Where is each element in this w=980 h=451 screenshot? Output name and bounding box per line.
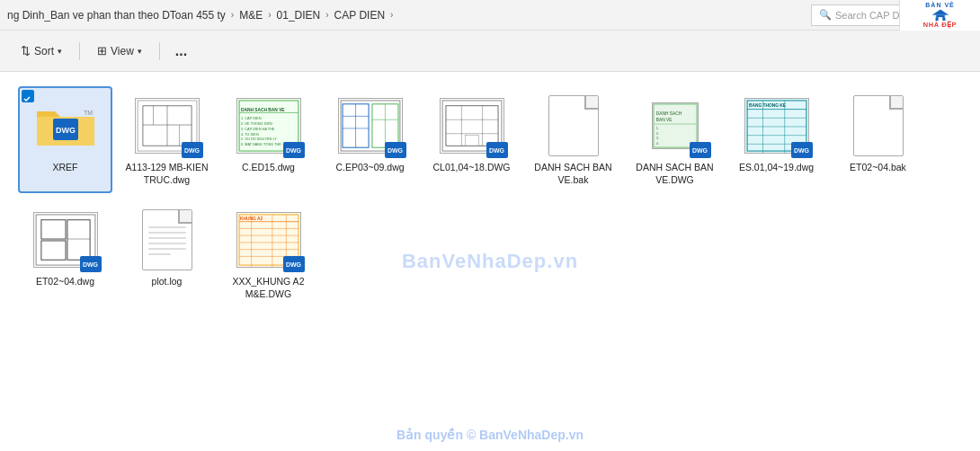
- svg-text:6. MAT BANG TONG THE: 6. MAT BANG TONG THE: [241, 142, 281, 146]
- file-name-cl01: CL01,04~18.DWG: [432, 162, 510, 174]
- file-thumb-et-bak: [842, 93, 914, 158]
- file-item-dsdwg[interactable]: DANH SACH BAN VE 1. 2. 3. 4. DWG DANH SA…: [628, 86, 722, 193]
- file-item-xxx[interactable]: KHUNG A2 DWG XXX_KHUNG A2 M&E.DWG: [221, 200, 316, 307]
- file-name-xxx: XXX_KHUNG A2 M&E.DWG: [227, 276, 310, 300]
- more-button[interactable]: ...: [167, 37, 195, 66]
- file-grid: DWG TM XREF: [18, 86, 962, 308]
- file-name-et-dwg: ET02~04.dwg: [36, 276, 94, 288]
- address-part-4[interactable]: CAP DIEN: [334, 9, 385, 22]
- file-item-a113[interactable]: DWG A113-129 MB-KIEN TRUC.dwg: [120, 86, 214, 193]
- toolbar-separator-2: [159, 42, 160, 60]
- blank-file-plot: [142, 209, 192, 270]
- file-item-cl01[interactable]: DWG CL01,04~18.DWG: [424, 86, 519, 193]
- svg-text:3. CAP DIEN HA THE: 3. CAP DIEN HA THE: [241, 127, 275, 131]
- sort-chevron-icon: ▾: [58, 47, 62, 56]
- chevron-icon-1: ›: [231, 10, 234, 20]
- file-item-et-dwg[interactable]: DWG ET02~04.dwg: [18, 200, 112, 307]
- svg-text:4. TU DIEN: 4. TU DIEN: [241, 132, 259, 137]
- dwg-badge-a113: DWG: [182, 142, 203, 158]
- file-item-ced15[interactable]: DANH SACH BAN VE 1. CAP DIEN 2. HE THONG…: [221, 86, 316, 193]
- file-name-cep: C.EP03~09.dwg: [335, 162, 404, 174]
- svg-text:BANG THONG KE: BANG THONG KE: [749, 103, 787, 108]
- svg-text:BAN VE: BAN VE: [655, 118, 672, 122]
- file-item-dsbak[interactable]: DANH SACH BAN VE.bak: [526, 86, 620, 193]
- file-name-dsbak: DANH SACH BAN VE.bak: [531, 162, 615, 186]
- svg-text:DANH SACH BAN VE: DANH SACH BAN VE: [241, 108, 285, 112]
- svg-text:DANH SACH: DANH SACH: [655, 111, 682, 116]
- svg-text:TM: TM: [84, 110, 93, 116]
- blank-file-etbak: [853, 95, 904, 156]
- watermark-bottom: Bản quyền © BanVeNhaDep.vn: [396, 428, 584, 442]
- svg-text:3.: 3.: [655, 137, 658, 140]
- file-thumb-a113: DWG: [131, 93, 203, 158]
- svg-text:5. SO DO NGUYEN LY: 5. SO DO NGUYEN LY: [241, 137, 277, 141]
- file-name-ced15: C.ED15.dwg: [242, 162, 295, 174]
- folder-icon: DWG TM: [33, 99, 98, 153]
- view-label: View: [111, 45, 134, 57]
- file-thumb-xxx: KHUNG A2 DWG: [233, 208, 305, 272]
- logo-bottom-text: NHÀ ĐẸP: [923, 21, 957, 29]
- sort-label: Sort: [34, 45, 54, 57]
- svg-text:2.: 2.: [655, 132, 658, 136]
- file-thumb-es01: BANG THONG KE DWG: [741, 93, 813, 158]
- dwg-badge-ced15: DWG: [283, 142, 305, 158]
- file-thumb-dsbak: [538, 93, 610, 158]
- file-item-xref[interactable]: DWG TM XREF: [18, 86, 112, 193]
- view-icon: ⊞: [97, 44, 107, 57]
- file-item-plot[interactable]: plot.log: [120, 200, 214, 307]
- search-placeholder-text: Search CAP D: [835, 10, 899, 21]
- toolbar-separator-1: [79, 42, 80, 60]
- chevron-icon-4: ›: [390, 10, 393, 20]
- chevron-icon-3: ›: [325, 10, 328, 20]
- file-thumb-cep: DWG: [334, 93, 406, 158]
- search-icon: 🔍: [819, 9, 832, 21]
- dwg-badge-dsdwg: DWG: [690, 142, 711, 158]
- file-thumb-dsdwg: DANH SACH BAN VE 1. 2. 3. 4. DWG: [639, 93, 711, 158]
- file-name-plot: plot.log: [152, 276, 183, 288]
- file-name-et-bak: ET02~04.bak: [850, 162, 906, 174]
- dwg-badge-xxx: DWG: [283, 256, 305, 272]
- file-name-dsdwg: DANH SACH BAN VE.DWG: [633, 162, 717, 186]
- address-part-2[interactable]: M&E: [239, 9, 263, 22]
- svg-text:4.: 4.: [655, 142, 658, 146]
- more-label: ...: [175, 43, 187, 59]
- dwg-badge-cl01: DWG: [486, 142, 508, 158]
- logo-house-icon: [928, 8, 953, 21]
- file-name-a113: A113-129 MB-KIEN TRUC.dwg: [125, 162, 209, 186]
- svg-rect-4: [944, 15, 947, 18]
- file-item-et-bak[interactable]: ET02~04.bak: [831, 86, 925, 193]
- svg-marker-0: [931, 10, 949, 15]
- logo-area: BÀN VÊ NHÀ ĐẸP: [899, 0, 980, 31]
- logo-top-text: BÀN VÊ: [925, 2, 954, 8]
- view-button[interactable]: ⊞ View ▾: [87, 37, 152, 66]
- file-item-es01[interactable]: BANG THONG KE DWG ES.01,04~19.dwg: [729, 86, 824, 193]
- dwg-badge-et-dwg: DWG: [80, 256, 102, 272]
- toolbar: ⇅ Sort ▾ ⊞ View ▾ ...: [0, 31, 980, 72]
- svg-text:2. HE THONG DIEN: 2. HE THONG DIEN: [241, 121, 272, 126]
- blank-file-dsbak: [548, 95, 599, 156]
- file-thumb-et-dwg: DWG: [30, 208, 102, 272]
- address-part-3[interactable]: 01_DIEN: [277, 9, 321, 22]
- svg-text:DWG: DWG: [56, 126, 76, 135]
- file-thumb-cl01: DWG: [436, 93, 508, 158]
- view-chevron-icon: ▾: [138, 47, 142, 56]
- svg-text:1.: 1.: [655, 127, 658, 130]
- file-thumb-xref: DWG TM: [30, 93, 102, 158]
- sort-button[interactable]: ⇅ Sort ▾: [11, 37, 72, 66]
- file-thumb-ced15: DANH SACH BAN VE 1. CAP DIEN 2. HE THONG…: [233, 93, 305, 158]
- file-item-cep[interactable]: DWG C.EP03~09.dwg: [323, 86, 417, 193]
- sort-icon: ⇅: [21, 44, 31, 57]
- file-thumb-plot: [131, 208, 203, 272]
- file-name-xref: XREF: [52, 162, 77, 174]
- dwg-badge-es01: DWG: [791, 142, 813, 158]
- content-area: BanVeNhaDep.vn Bản quyền © BanVeNhaDep.v…: [0, 72, 980, 451]
- address-part-1[interactable]: ng Dinh_Ban ve phan than theo DToan 455 …: [7, 9, 226, 22]
- chevron-icon-2: ›: [268, 10, 271, 20]
- dwg-badge-cep: DWG: [385, 142, 406, 158]
- svg-rect-3: [933, 15, 936, 18]
- svg-text:1. CAP DIEN: 1. CAP DIEN: [241, 116, 262, 120]
- file-name-es01: ES.01,04~19.dwg: [739, 162, 814, 174]
- address-bar: ng Dinh_Ban ve phan than theo DToan 455 …: [0, 0, 980, 31]
- svg-text:KHUNG A2: KHUNG A2: [240, 217, 263, 221]
